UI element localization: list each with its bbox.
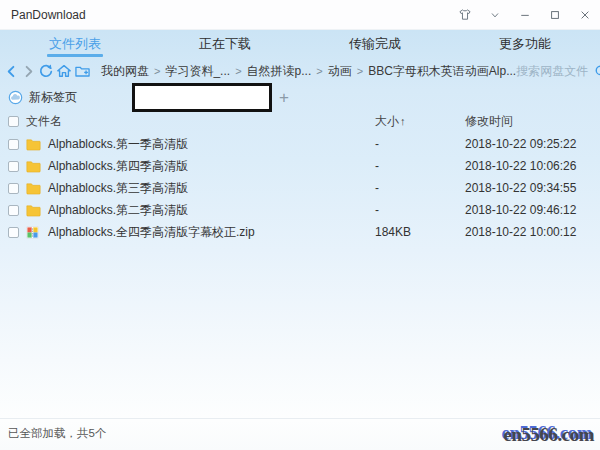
breadcrumb-item[interactable]: 学习资料_... bbox=[165, 63, 230, 80]
status-bar: 已全部加载，共5个 en5566.com bbox=[0, 418, 600, 450]
tab-downloading[interactable]: 正在下载 bbox=[150, 30, 300, 57]
column-header-modified[interactable]: 修改时间 bbox=[465, 113, 513, 130]
file-modified: 2018-10-22 10:00:12 bbox=[465, 225, 576, 239]
cloud-icon bbox=[8, 90, 23, 105]
tab-new-tab-page[interactable]: 新标签页 bbox=[8, 89, 77, 106]
titlebar: PanDownload bbox=[0, 0, 600, 30]
navigation-bar: 我的网盘 > 学习资料_... > 自然拼读p... > 动画 > BBC字母积… bbox=[0, 57, 600, 85]
folder-icon bbox=[26, 204, 41, 217]
tab-transfer-complete-label: 传输完成 bbox=[349, 35, 401, 53]
refresh-icon[interactable] bbox=[38, 59, 54, 83]
breadcrumb-separator: > bbox=[316, 65, 322, 77]
file-size: - bbox=[375, 159, 379, 173]
breadcrumb-separator: > bbox=[357, 65, 363, 77]
table-row[interactable]: Alphablocks.第三季高清版 - 2018-10-22 09:34:55 bbox=[0, 177, 600, 199]
tab-file-list[interactable]: 文件列表 bbox=[0, 30, 150, 57]
file-size: - bbox=[375, 181, 379, 195]
zip-file-icon bbox=[26, 226, 41, 239]
minimize-button[interactable] bbox=[510, 0, 540, 30]
file-name: Alphablocks.全四季高清版字幕校正.zip bbox=[48, 224, 255, 241]
file-name: Alphablocks.第四季高清版 bbox=[48, 158, 188, 175]
app-title: PanDownload bbox=[11, 8, 86, 22]
tab-downloading-label: 正在下载 bbox=[199, 35, 251, 53]
row-checkbox[interactable] bbox=[8, 183, 19, 194]
breadcrumb-item[interactable]: 动画 bbox=[328, 63, 352, 80]
file-size: 184KB bbox=[375, 225, 411, 239]
app-window: PanDownload 文件列表 正在下载 bbox=[0, 0, 600, 450]
add-tab-button[interactable]: + bbox=[274, 85, 294, 110]
search-input[interactable] bbox=[516, 64, 594, 78]
table-row[interactable]: Alphablocks.全四季高清版字幕校正.zip 184KB 2018-10… bbox=[0, 221, 600, 243]
redacted-tab-overlay bbox=[132, 83, 272, 112]
chevron-down-icon[interactable] bbox=[480, 0, 510, 30]
row-checkbox[interactable] bbox=[8, 227, 19, 238]
breadcrumb: 我的网盘 > 学习资料_... > 自然拼读p... > 动画 > BBC字母积… bbox=[101, 63, 516, 80]
file-table-header: 文件名 大小↑ 修改时间 bbox=[0, 110, 600, 133]
page-tab-strip: 新标签页 + bbox=[0, 85, 600, 110]
back-icon[interactable] bbox=[4, 59, 19, 83]
column-header-size-label: 大小 bbox=[375, 114, 399, 128]
tab-new-tab-label: 新标签页 bbox=[29, 89, 77, 106]
row-checkbox[interactable] bbox=[8, 161, 19, 172]
maximize-button[interactable] bbox=[540, 0, 570, 30]
file-modified: 2018-10-22 10:06:26 bbox=[465, 159, 576, 173]
search-icon[interactable] bbox=[594, 64, 600, 79]
breadcrumb-separator: > bbox=[235, 65, 241, 77]
watermark-text: en5566.com bbox=[503, 424, 594, 446]
tab-file-list-label: 文件列表 bbox=[49, 35, 101, 53]
table-row[interactable]: Alphablocks.第四季高清版 - 2018-10-22 10:06:26 bbox=[0, 155, 600, 177]
status-text: 已全部加载，共5个 bbox=[8, 426, 106, 441]
forward-icon[interactable] bbox=[21, 59, 36, 83]
theme-skin-icon[interactable] bbox=[450, 0, 480, 30]
breadcrumb-item[interactable]: 自然拼读p... bbox=[247, 63, 312, 80]
new-folder-icon[interactable] bbox=[74, 59, 91, 83]
column-header-name[interactable]: 文件名 bbox=[26, 113, 62, 130]
tab-more-features-label: 更多功能 bbox=[499, 35, 551, 53]
file-modified: 2018-10-22 09:25:22 bbox=[465, 137, 576, 151]
file-name: Alphablocks.第一季高清版 bbox=[48, 136, 188, 153]
breadcrumb-item[interactable]: 我的网盘 bbox=[101, 63, 149, 80]
table-row[interactable]: Alphablocks.第一季高清版 - 2018-10-22 09:25:22 bbox=[0, 133, 600, 155]
file-size: - bbox=[375, 137, 379, 151]
main-tabs: 文件列表 正在下载 传输完成 更多功能 bbox=[0, 30, 600, 57]
select-all-checkbox[interactable] bbox=[8, 116, 19, 127]
table-row[interactable]: Alphablocks.第二季高清版 - 2018-10-22 09:46:12 bbox=[0, 199, 600, 221]
titlebar-controls bbox=[450, 0, 600, 29]
file-modified: 2018-10-22 09:46:12 bbox=[465, 203, 576, 217]
file-name: Alphablocks.第三季高清版 bbox=[48, 180, 188, 197]
breadcrumb-separator: > bbox=[154, 65, 160, 77]
file-name: Alphablocks.第二季高清版 bbox=[48, 202, 188, 219]
home-icon[interactable] bbox=[56, 59, 72, 83]
close-button[interactable] bbox=[570, 0, 600, 30]
file-table-body: Alphablocks.第一季高清版 - 2018-10-22 09:25:22… bbox=[0, 133, 600, 243]
file-modified: 2018-10-22 09:34:55 bbox=[465, 181, 576, 195]
row-checkbox[interactable] bbox=[8, 139, 19, 150]
tab-transfer-complete[interactable]: 传输完成 bbox=[300, 30, 450, 57]
file-size: - bbox=[375, 203, 379, 217]
folder-icon bbox=[26, 182, 41, 195]
search-box bbox=[516, 60, 600, 82]
sort-ascending-icon: ↑ bbox=[400, 115, 406, 127]
tab-more-features[interactable]: 更多功能 bbox=[450, 30, 600, 57]
folder-icon bbox=[26, 138, 41, 151]
row-checkbox[interactable] bbox=[8, 205, 19, 216]
column-header-size[interactable]: 大小↑ bbox=[375, 113, 406, 130]
folder-icon bbox=[26, 160, 41, 173]
breadcrumb-item[interactable]: BBC字母积木英语动画Alp... bbox=[368, 63, 516, 80]
